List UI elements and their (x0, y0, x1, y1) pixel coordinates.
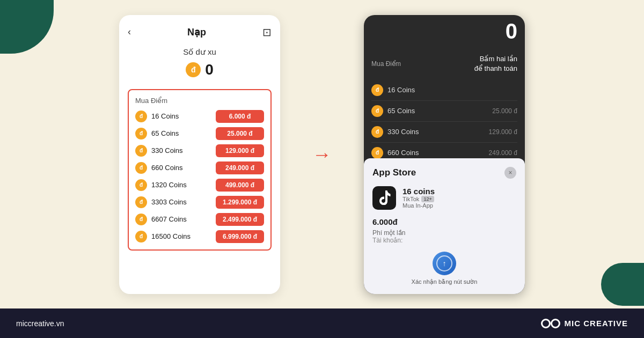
appstore-product-info: 16 coins TikTok 12+ Mua In-App (372, 186, 516, 210)
product-subtitle: TikTok 12+ (402, 196, 435, 202)
right-phone-content: Mua Điểm Bấm hai lần để thanh toán đ 16 … (364, 46, 525, 172)
balance-label: Số dư xu (128, 47, 272, 57)
coin-label-1: 16 Coins (151, 112, 179, 120)
scan-icon[interactable]: ⊡ (262, 26, 272, 39)
purchase-row-6: đ 3303 Coins 1.299.000 đ (135, 196, 264, 209)
touch-id-button[interactable]: ↑ (433, 252, 456, 275)
right-price-4: 249.000 đ (489, 149, 517, 157)
coin-label-3: 330 Coins (151, 146, 183, 155)
appstore-popup: App Store × 16 coins TikTok 12+ (364, 158, 525, 294)
confirm-label: Xác nhận bằng nút sườn (412, 278, 478, 285)
brand-logo-icon (541, 318, 560, 329)
price-button-4[interactable]: 249.000 đ (216, 161, 264, 174)
touch-id-inner: ↑ (436, 255, 452, 271)
purchase-row-7: đ 6607 Coins 2.499.000 đ (135, 213, 264, 226)
purchase-row-1: đ 16 Coins 6.000 đ (135, 110, 264, 123)
coin-label-8: 16500 Coins (151, 232, 191, 240)
coin-icon-right-1: đ (371, 84, 383, 96)
right-coin-label-3: 330 Coins (387, 128, 419, 136)
main-content: ‹ Nạp ⊡ Số dư xu đ 0 Mua Điểm đ 16 Coins… (0, 0, 644, 308)
price-button-2[interactable]: 25.000 đ (216, 127, 264, 140)
price-button-7[interactable]: 2.499.000 đ (216, 213, 264, 226)
coin-icon-small: đ (135, 145, 147, 157)
arrow-indicator: → (312, 145, 332, 164)
right-section-title: Mua Điểm (371, 60, 401, 68)
coin-icon-small: đ (135, 214, 147, 225)
arrow-icon: → (312, 145, 332, 164)
footer-brand-area: MIC CREATIVE (541, 318, 628, 329)
right-price-2: 25.000 đ (492, 107, 517, 115)
appstore-title: App Store (372, 167, 416, 178)
coin-icon-right-2: đ (371, 105, 383, 117)
product-details: 16 coins TikTok 12+ Mua In-App (402, 187, 435, 209)
coin-label-2: 65 Coins (151, 129, 179, 137)
right-balance-number: 0 (364, 15, 525, 46)
account-label: Tài khoản: (372, 237, 516, 244)
logo-circle-left (541, 319, 551, 328)
coin-label-6: 3303 Coins (151, 198, 187, 206)
footer-website: miccreative.vn (16, 319, 64, 328)
coin-icon-right-4: đ (371, 147, 383, 159)
price-button-6[interactable]: 1.299.000 đ (216, 196, 264, 209)
coin-label-4: 660 Coins (151, 164, 183, 172)
right-header-row: Mua Điểm Bấm hai lần để thanh toán (371, 54, 517, 74)
purchase-row-8: đ 16500 Coins 6.999.000 đ (135, 230, 264, 243)
product-name: 16 coins (402, 187, 435, 196)
coin-icon-small: đ (135, 179, 147, 191)
footer: miccreative.vn MIC CREATIVE (0, 308, 644, 338)
purchase-section-title: Mua Điểm (135, 97, 264, 105)
tiktok-app-icon (372, 186, 396, 210)
right-purchase-row-1: đ 16 Coins (371, 80, 517, 101)
coin-icon-right-3: đ (371, 126, 383, 138)
purchase-row-5: đ 1320 Coins 499.000 đ (135, 179, 264, 192)
balance-value: 0 (205, 61, 214, 78)
coin-icon: đ (186, 62, 201, 77)
right-coin-label-1: 16 Coins (387, 86, 415, 94)
left-phone-mockup: ‹ Nạp ⊡ Số dư xu đ 0 Mua Điểm đ 16 Coins… (119, 15, 280, 294)
back-button[interactable]: ‹ (128, 26, 131, 38)
purchase-row-2: đ 65 Coins 25.000 đ (135, 127, 264, 140)
age-badge: 12+ (421, 196, 434, 202)
confirm-button-area: ↑ Xác nhận bằng nút sườn (372, 252, 516, 285)
fingerprint-icon: ↑ (443, 259, 447, 268)
price-type-label: Phí một lần (372, 229, 516, 237)
purchase-box: Mua Điểm đ 16 Coins 6.000 đ đ 65 Coins 2… (128, 89, 272, 251)
coin-icon-small: đ (135, 231, 147, 243)
price-button-8[interactable]: 6.999.000 đ (216, 230, 264, 243)
balance-amount: đ 0 (128, 61, 272, 78)
coin-label-7: 6607 Coins (151, 215, 187, 223)
right-coin-label-2: 65 Coins (387, 107, 415, 115)
purchase-row-3: đ 330 Coins 129.000 đ (135, 144, 264, 157)
logo-circle-right (551, 319, 560, 328)
coin-label-5: 1320 Coins (151, 181, 187, 189)
footer-brand-name: MIC CREATIVE (565, 319, 628, 328)
right-phone-mockup: 0 Mua Điểm Bấm hai lần để thanh toán đ 1… (364, 15, 525, 294)
appstore-header: App Store × (372, 167, 516, 179)
right-instructions: Bấm hai lần để thanh toán (474, 54, 517, 74)
right-price-3: 129.000 đ (489, 128, 517, 136)
right-purchase-row-2: đ 65 Coins 25.000 đ (371, 101, 517, 122)
right-purchase-row-3: đ 330 Coins 129.000 đ (371, 122, 517, 143)
balance-section: Số dư xu đ 0 (128, 47, 272, 78)
coin-icon-small: đ (135, 196, 147, 208)
price-button-3[interactable]: 129.000 đ (216, 144, 264, 157)
coin-icon-small: đ (135, 111, 147, 122)
right-coin-label-4: 660 Coins (387, 149, 419, 157)
price-button-1[interactable]: 6.000 đ (216, 110, 264, 123)
appstore-close-button[interactable]: × (504, 167, 516, 179)
coin-icon-small: đ (135, 128, 147, 139)
price-button-5[interactable]: 499.000 đ (216, 179, 264, 192)
coin-icon-small: đ (135, 162, 147, 174)
phone-title: Nạp (187, 26, 206, 38)
purchase-row-4: đ 660 Coins 249.000 đ (135, 161, 264, 174)
purchase-type: Mua In-App (402, 202, 435, 209)
price-display: 6.000đ (372, 217, 516, 227)
phone-header: ‹ Nạp ⊡ (128, 26, 272, 39)
price-amount: 6.000đ (372, 217, 398, 226)
